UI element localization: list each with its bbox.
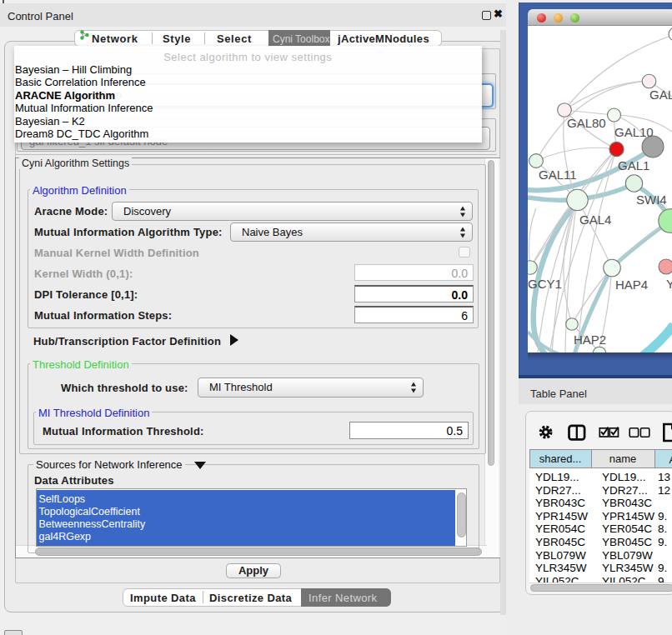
svg-text:GCY1: GCY1 [528, 277, 562, 291]
svg-text:Y: Y [666, 277, 672, 291]
svg-text:GAL80: GAL80 [567, 116, 606, 130]
svg-text:GAL1: GAL1 [618, 158, 649, 172]
svg-text:GAL11: GAL11 [539, 168, 577, 182]
svg-text:HAP2: HAP2 [574, 332, 606, 347]
svg-text:GAL10: GAL10 [614, 125, 654, 139]
svg-text:GAL: GAL [649, 88, 672, 102]
svg-text:HAP4: HAP4 [615, 278, 648, 292]
svg-text:GAL4: GAL4 [579, 212, 611, 227]
svg-text:SWI4: SWI4 [636, 192, 667, 207]
